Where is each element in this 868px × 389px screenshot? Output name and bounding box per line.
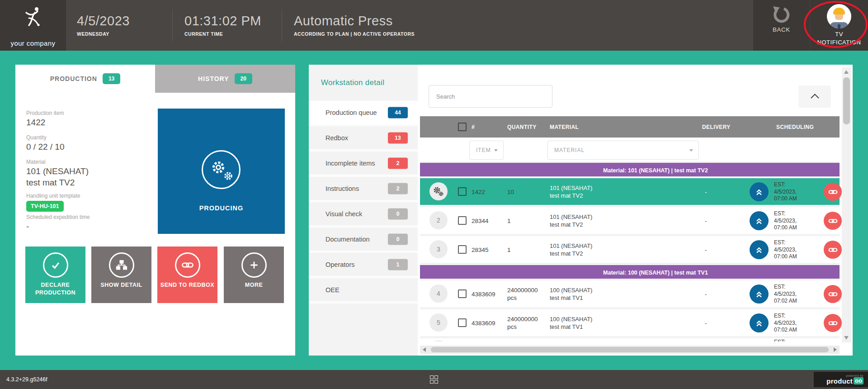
notification-label: NOTIFICATION bbox=[817, 38, 861, 47]
plus-icon bbox=[241, 252, 267, 278]
scroll-down-arrow-icon[interactable] bbox=[844, 336, 849, 340]
material-cell: 100 (NESAHAT)test mat TV1 bbox=[550, 315, 592, 331]
queue-row[interactable]: 3 28345 1 101 (NESAHAT)t bbox=[420, 236, 840, 265]
header-divider bbox=[172, 9, 173, 41]
field-production-item: Production item 1422 bbox=[26, 110, 64, 128]
link-button[interactable] bbox=[824, 285, 842, 303]
company-logo-icon bbox=[23, 5, 43, 28]
current-day-label: WEDNESDAY bbox=[77, 31, 130, 37]
field-label: Handling unit template bbox=[26, 193, 80, 199]
vertical-scroll-thumb[interactable] bbox=[843, 77, 850, 124]
tab-production[interactable]: PRODUCTION 13 bbox=[15, 65, 155, 93]
link-icon bbox=[828, 216, 838, 226]
company-logo-text: your company bbox=[10, 39, 55, 47]
footer-bar: 4.3.2+29.g5246f powered by productoo bbox=[0, 370, 868, 389]
est-prefix: EST: bbox=[774, 210, 785, 217]
tab-history-badge: 20 bbox=[235, 73, 252, 84]
column-scheduling: SCHEDULING bbox=[776, 124, 814, 130]
priority-button[interactable] bbox=[750, 211, 769, 230]
menu-item[interactable]: Instructions 2 bbox=[309, 177, 418, 202]
est-schedule: EST:4/5/2023,07:02 AM bbox=[774, 313, 797, 334]
handling-unit-badge[interactable]: TV-HU-101 bbox=[26, 201, 64, 212]
company-logo[interactable]: your company bbox=[0, 0, 66, 51]
queue-row[interactable]: 1422 10 101 (NESAHAT)test mat TV2 - EST:… bbox=[420, 178, 840, 207]
search-input[interactable] bbox=[429, 85, 552, 108]
show-detail-button[interactable]: SHOW DETAIL bbox=[91, 247, 151, 303]
quantity-value: 1 bbox=[507, 246, 511, 253]
material-filter-dropdown[interactable]: MATERIAL bbox=[547, 141, 699, 160]
declare-production-button[interactable]: DECLARE PRODUCTION bbox=[25, 247, 85, 303]
brand-oo-chip: oo bbox=[854, 377, 863, 384]
menu-item[interactable]: Production queue 44 bbox=[309, 101, 418, 126]
priority-button[interactable] bbox=[750, 285, 769, 304]
field-material: Material 101 (NESAHAT) test mat TV2 bbox=[26, 159, 89, 188]
est-time: 07:00 AM bbox=[774, 253, 797, 260]
more-button[interactable]: MORE bbox=[224, 247, 284, 303]
est-time: 07:02 AM bbox=[774, 298, 797, 304]
item-filter-dropdown[interactable]: ITEM bbox=[469, 141, 504, 160]
est-date: 4/5/2023, bbox=[774, 247, 797, 253]
horizontal-scroll-thumb[interactable] bbox=[431, 347, 829, 352]
gears-icon bbox=[202, 150, 241, 189]
link-button[interactable] bbox=[824, 241, 842, 259]
queue-row-partial[interactable]: EST: bbox=[420, 338, 840, 342]
link-button[interactable] bbox=[824, 212, 842, 230]
scroll-left-arrow-icon[interactable] bbox=[423, 347, 426, 352]
select-all-checkbox[interactable] bbox=[458, 123, 467, 131]
menu-item[interactable]: Redbox 13 bbox=[309, 126, 418, 152]
priority-button[interactable] bbox=[750, 182, 769, 201]
horizontal-scrollbar[interactable] bbox=[420, 346, 840, 354]
row-checkbox[interactable] bbox=[458, 289, 467, 298]
menu-item-badge: 13 bbox=[388, 132, 408, 143]
production-card: PRODUCTION 13 HISTORY 20 Production item… bbox=[15, 65, 295, 356]
row-checkbox[interactable] bbox=[458, 216, 467, 225]
delivery-cell: - bbox=[705, 188, 707, 195]
quantity-value: 1 bbox=[507, 217, 511, 224]
row-checkbox[interactable] bbox=[458, 187, 467, 196]
undo-icon bbox=[772, 5, 792, 24]
scroll-up-arrow-icon[interactable] bbox=[844, 70, 849, 74]
material-filter-label: MATERIAL bbox=[554, 147, 585, 153]
menu-item[interactable]: OEE bbox=[309, 278, 418, 304]
est-prefix: EST: bbox=[774, 313, 785, 319]
link-button[interactable] bbox=[824, 183, 842, 201]
action-label: SEND TO REDBOX bbox=[158, 281, 217, 289]
priority-button[interactable] bbox=[750, 313, 769, 332]
est-date: 4/5/2023, bbox=[774, 291, 797, 297]
material-code: 101 (NESAHAT) bbox=[550, 213, 592, 220]
material-code: 101 (NESAHAT) bbox=[26, 166, 89, 176]
action-label: DECLARE PRODUCTION bbox=[25, 281, 85, 297]
row-marker bbox=[429, 182, 448, 200]
link-button[interactable] bbox=[824, 314, 842, 332]
scroll-right-arrow-icon[interactable] bbox=[834, 347, 837, 352]
menu-item[interactable]: Visual check 0 bbox=[309, 202, 418, 228]
queue-row[interactable]: 5 4383609 240000000pcs 1 bbox=[420, 309, 840, 338]
row-checkbox[interactable] bbox=[458, 318, 467, 327]
operator-avatar bbox=[827, 4, 851, 28]
est-prefix: EST: bbox=[774, 239, 785, 246]
material-group-header: Material: 101 (NESAHAT) | test mat TV2 bbox=[420, 163, 840, 178]
current-time: 01:31:02 PM bbox=[184, 14, 261, 28]
material-name: test mat TV2 bbox=[550, 250, 583, 257]
row-marker bbox=[429, 340, 448, 342]
tv-notification-button[interactable]: TV NOTIFICATION bbox=[810, 0, 868, 51]
menu-item[interactable]: Incomplete items 2 bbox=[309, 152, 418, 177]
brand-text: product bbox=[826, 377, 853, 385]
row-checkbox[interactable] bbox=[458, 245, 467, 254]
hard-hat-icon bbox=[833, 8, 845, 14]
vertical-scrollbar[interactable] bbox=[842, 67, 851, 342]
back-button[interactable]: BACK bbox=[753, 0, 810, 51]
tab-history[interactable]: HISTORY 20 bbox=[155, 65, 295, 93]
apps-grid-icon[interactable] bbox=[430, 375, 438, 384]
queue-row[interactable]: 2 28344 1 101 (NESAHAT)t bbox=[420, 207, 840, 236]
menu-item-label: Instructions bbox=[326, 185, 359, 192]
priority-button[interactable] bbox=[750, 240, 769, 259]
collapse-button[interactable] bbox=[798, 85, 831, 108]
quantity-cell: 240000000pcs bbox=[507, 286, 538, 302]
queue-row[interactable]: 4 4383609 240000000pcs 1 bbox=[420, 280, 840, 309]
send-to-redbox-button[interactable]: SEND TO REDBOX bbox=[157, 247, 217, 303]
menu-item[interactable]: Documentation 0 bbox=[309, 228, 418, 253]
menu-item[interactable]: Operators 1 bbox=[309, 253, 418, 278]
header-divider bbox=[282, 9, 282, 41]
row-marker: 2 bbox=[429, 211, 448, 229]
